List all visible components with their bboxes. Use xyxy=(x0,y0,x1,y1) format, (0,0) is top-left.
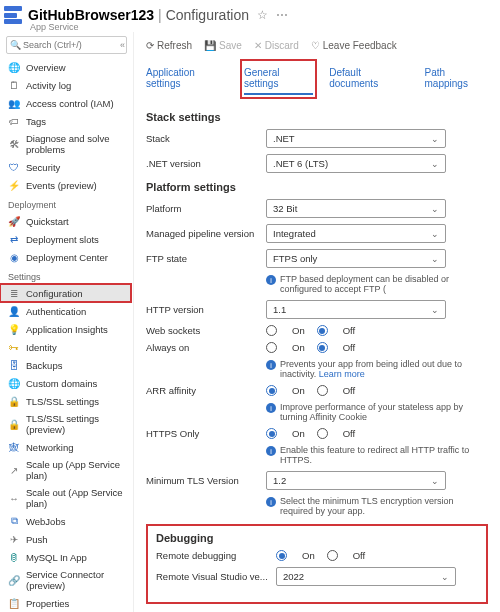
network-icon: 🕸 xyxy=(8,441,20,453)
sidebar-item-webjobs[interactable]: ⧉WebJobs xyxy=(0,512,131,530)
sidebar-item-properties[interactable]: 📋Properties xyxy=(0,594,131,612)
https-on-radio[interactable] xyxy=(266,428,277,439)
tab-general-settings[interactable]: General settings xyxy=(244,63,313,95)
remote-debug-off-radio[interactable] xyxy=(327,550,338,561)
net-version-label: .NET version xyxy=(146,158,266,169)
sidebar-item-label: Quickstart xyxy=(26,216,69,227)
sidebar-item-app-insights[interactable]: 💡Application Insights xyxy=(0,320,131,338)
sidebar-item-label: Authentication xyxy=(26,306,86,317)
stack-select[interactable]: .NET⌄ xyxy=(266,129,446,148)
tls-select[interactable]: 1.2⌄ xyxy=(266,471,446,490)
https-off-radio[interactable] xyxy=(317,428,328,439)
platform-select[interactable]: 32 Bit⌄ xyxy=(266,199,446,218)
discard-button[interactable]: ✕Discard xyxy=(254,40,299,51)
sidebar-item-label: Scale out (App Service plan) xyxy=(26,487,123,509)
arr-info-text: Improve performance of your stateless ap… xyxy=(280,402,488,422)
chevron-down-icon: ⌄ xyxy=(431,159,439,169)
feedback-label: Leave Feedback xyxy=(323,40,397,51)
sidebar-item-activity-log[interactable]: 🗒Activity log xyxy=(0,76,131,94)
sidebar-nav: 🌐Overview 🗒Activity log 👥Access control … xyxy=(0,58,133,612)
tls-label: Minimum TLS Version xyxy=(146,475,266,486)
sidebar-item-label: Tags xyxy=(26,116,46,127)
arr-off-radio[interactable] xyxy=(317,385,328,396)
off-label: Off xyxy=(343,342,356,353)
sidebar-item-label: Access control (IAM) xyxy=(26,98,114,109)
sidebar-item-diagnose[interactable]: 🛠Diagnose and solve problems xyxy=(0,130,131,158)
stack-label: Stack xyxy=(146,133,266,144)
sidebar-item-authentication[interactable]: 👤Authentication xyxy=(0,302,131,320)
database-icon: 🛢 xyxy=(8,551,20,563)
sidebar-item-access-control[interactable]: 👥Access control (IAM) xyxy=(0,94,131,112)
websockets-off-radio[interactable] xyxy=(317,325,328,336)
sidebar-item-service-connector[interactable]: 🔗Service Connector (preview) xyxy=(0,566,131,594)
on-label: On xyxy=(292,385,305,396)
more-icon[interactable]: ⋯ xyxy=(276,8,288,22)
chevron-down-icon: ⌄ xyxy=(431,229,439,239)
sidebar-item-label: Backups xyxy=(26,360,62,371)
remote-vs-select[interactable]: 2022⌄ xyxy=(276,567,456,586)
info-icon: i xyxy=(266,403,276,413)
http-select[interactable]: 1.1⌄ xyxy=(266,300,446,319)
http-label: HTTP version xyxy=(146,304,266,315)
page-title: Configuration xyxy=(166,7,249,23)
sidebar-item-tls-ssl[interactable]: 🔒TLS/SSL settings xyxy=(0,392,131,410)
net-version-select[interactable]: .NET 6 (LTS)⌄ xyxy=(266,154,446,173)
tab-default-documents[interactable]: Default documents xyxy=(329,63,408,95)
sidebar-item-custom-domains[interactable]: 🌐Custom domains xyxy=(0,374,131,392)
remote-vs-value: 2022 xyxy=(283,571,304,582)
scale-out-icon: ↔ xyxy=(8,492,20,504)
remote-debug-on-radio[interactable] xyxy=(276,550,287,561)
arr-label: ARR affinity xyxy=(146,385,266,396)
save-button[interactable]: 💾Save xyxy=(204,40,242,51)
sidebar-item-quickstart[interactable]: 🚀Quickstart xyxy=(0,212,131,230)
sidebar-item-scale-out[interactable]: ↔Scale out (App Service plan) xyxy=(0,484,131,512)
search-input[interactable] xyxy=(6,36,127,54)
sidebar-item-networking[interactable]: 🕸Networking xyxy=(0,438,131,456)
sidebar-item-tls-ssl-preview[interactable]: 🔒TLS/SSL settings (preview) xyxy=(0,410,131,438)
sidebar-item-configuration[interactable]: ≣Configuration xyxy=(0,284,131,302)
sidebar-item-mysql[interactable]: 🛢MySQL In App xyxy=(0,548,131,566)
off-label: Off xyxy=(343,385,356,396)
pipeline-select[interactable]: Integrated⌄ xyxy=(266,224,446,243)
sidebar-item-label: Push xyxy=(26,534,48,545)
stack-heading: Stack settings xyxy=(146,111,488,123)
websockets-on-radio[interactable] xyxy=(266,325,277,336)
on-label: On xyxy=(292,325,305,336)
sidebar-item-tags[interactable]: 🏷Tags xyxy=(0,112,131,130)
sidebar-item-security[interactable]: 🛡Security xyxy=(0,158,131,176)
sidebar-item-deployment-slots[interactable]: ⇄Deployment slots xyxy=(0,230,131,248)
arr-info: iImprove performance of your stateless a… xyxy=(266,402,488,422)
favorite-star-icon[interactable]: ☆ xyxy=(257,8,268,22)
webjobs-icon: ⧉ xyxy=(8,515,20,527)
sidebar-group-deployment: Deployment xyxy=(0,194,131,212)
sidebar-item-backups[interactable]: 🗄Backups xyxy=(0,356,131,374)
sidebar-item-events[interactable]: ⚡Events (preview) xyxy=(0,176,131,194)
shield-icon: 🛡 xyxy=(8,161,20,173)
save-label: Save xyxy=(219,40,242,51)
sidebar-item-deployment-center[interactable]: ◉Deployment Center xyxy=(0,248,131,266)
sidebar-item-push[interactable]: ✈Push xyxy=(0,530,131,548)
sidebar-item-scale-up[interactable]: ↗Scale up (App Service plan) xyxy=(0,456,131,484)
always-on-off-radio[interactable] xyxy=(317,342,328,353)
sidebar-item-label: Deployment Center xyxy=(26,252,108,263)
sidebar-item-label: Diagnose and solve problems xyxy=(26,133,123,155)
feedback-button[interactable]: ♡Leave Feedback xyxy=(311,40,397,51)
tab-path-mappings[interactable]: Path mappings xyxy=(425,63,488,95)
learn-more-link[interactable]: Learn more xyxy=(319,369,365,379)
refresh-button[interactable]: ⟳Refresh xyxy=(146,40,192,51)
chevron-down-icon: ⌄ xyxy=(431,134,439,144)
rocket-icon: 🚀 xyxy=(8,215,20,227)
arr-on-radio[interactable] xyxy=(266,385,277,396)
tab-application-settings[interactable]: Application settings xyxy=(146,63,228,95)
collapse-sidebar-icon[interactable]: « xyxy=(120,40,125,50)
sidebar-item-identity[interactable]: 🗝Identity xyxy=(0,338,131,356)
refresh-icon: ⟳ xyxy=(146,40,154,51)
always-on-on-radio[interactable] xyxy=(266,342,277,353)
tabs: Application settings General settings De… xyxy=(134,59,500,95)
sidebar-item-overview[interactable]: 🌐Overview xyxy=(0,58,131,76)
platform-value: 32 Bit xyxy=(273,203,297,214)
discard-label: Discard xyxy=(265,40,299,51)
ftp-select[interactable]: FTPS only⌄ xyxy=(266,249,446,268)
chevron-down-icon: ⌄ xyxy=(441,572,449,582)
tls-info: iSelect the minimum TLS encryption versi… xyxy=(266,496,488,516)
